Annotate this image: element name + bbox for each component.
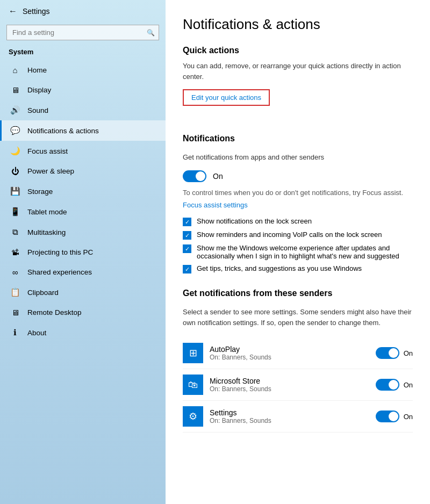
sidebar-item-label-focus: Focus assist <box>27 147 68 155</box>
notifications-toggle-label: On <box>213 172 223 181</box>
sender-name-ms-store: Microsoft Store <box>210 377 369 385</box>
checkbox-row-lock-screen[interactable]: ✓ Show notifications on the lock screen <box>183 217 413 226</box>
main-content: Notifications & actions Quick actions Yo… <box>166 0 430 504</box>
checkbox-label-welcome: Show me the Windows welcome experience a… <box>197 244 413 260</box>
checkbox-row-welcome[interactable]: ✓ Show me the Windows welcome experience… <box>183 244 413 260</box>
search-box: 🔍 <box>6 25 159 40</box>
sender-sub-ms-store: On: Banners, Sounds <box>210 385 369 393</box>
sidebar-item-home[interactable]: ⌂ Home <box>0 60 166 80</box>
sender-toggle-settings[interactable] <box>376 411 399 422</box>
tablet-icon: 📱 <box>10 207 20 217</box>
display-icon: 🖥 <box>10 85 20 95</box>
sender-icon-ms-store: 🛍 <box>183 375 203 395</box>
notifications-toggle[interactable] <box>183 170 206 182</box>
home-icon: ⌂ <box>10 66 20 75</box>
sender-info-settings: Settings On: Banners, Sounds <box>210 408 369 424</box>
sender-info-ms-store: Microsoft Store On: Banners, Sounds <box>210 377 369 393</box>
sidebar-item-label-storage: Storage <box>27 188 53 196</box>
sidebar-item-display[interactable]: 🖥 Display <box>0 80 166 100</box>
sidebar-item-power[interactable]: ⏻ Power & sleep <box>0 161 166 181</box>
checkbox-reminders[interactable]: ✓ <box>183 231 191 240</box>
sidebar-item-label-clipboard: Clipboard <box>27 289 59 297</box>
sender-name-autoplay: AutoPlay <box>210 345 369 354</box>
storage-icon: 💾 <box>10 186 20 196</box>
sidebar-item-remote[interactable]: 🖥 Remote Desktop <box>0 303 166 322</box>
sender-item-autoplay[interactable]: ⊞ AutoPlay On: Banners, Sounds On <box>183 337 413 369</box>
sidebar-item-label-projecting: Projecting to this PC <box>27 248 93 256</box>
senders-list: ⊞ AutoPlay On: Banners, Sounds On 🛍 Micr… <box>183 337 413 433</box>
sender-icon-autoplay: ⊞ <box>183 343 203 363</box>
sidebar-item-notifications[interactable]: 💬 Notifications & actions <box>0 120 166 141</box>
sidebar: ← Settings 🔍 System ⌂ Home🖥 Display🔊 Sou… <box>0 0 166 504</box>
sender-toggle-label-autoplay: On <box>404 349 413 357</box>
sidebar-item-projecting[interactable]: 📽 Projecting to this PC <box>0 242 166 262</box>
sender-name-settings: Settings <box>210 408 369 417</box>
shared-icon: ∞ <box>10 268 20 277</box>
sidebar-item-focus[interactable]: 🌙 Focus assist <box>0 141 166 161</box>
back-button[interactable]: ← <box>9 6 17 16</box>
sound-icon: 🔊 <box>10 105 20 115</box>
sender-item-ms-store[interactable]: 🛍 Microsoft Store On: Banners, Sounds On <box>183 369 413 401</box>
checkbox-lock-screen[interactable]: ✓ <box>183 218 191 226</box>
sidebar-item-label-remote: Remote Desktop <box>27 308 82 316</box>
edit-quick-actions-button[interactable]: Edit your quick actions <box>183 89 270 106</box>
sidebar-item-shared[interactable]: ∞ Shared experiences <box>0 262 166 282</box>
sidebar-item-tablet[interactable]: 📱 Tablet mode <box>0 201 166 222</box>
sidebar-header: ← Settings <box>0 0 166 23</box>
sender-toggle-label-settings: On <box>404 413 413 421</box>
sidebar-item-label-home: Home <box>27 66 47 74</box>
sidebar-item-multitasking[interactable]: ⧉ Multitasking <box>0 222 166 242</box>
power-icon: ⏻ <box>10 167 20 176</box>
sidebar-item-label-tablet: Tablet mode <box>27 208 67 216</box>
checkbox-row-tips[interactable]: ✓ Get tips, tricks, and suggestions as y… <box>183 264 413 273</box>
checkbox-tips[interactable]: ✓ <box>183 265 191 273</box>
senders-description: Select a sender to see more settings. So… <box>183 307 413 328</box>
nav-list: ⌂ Home🖥 Display🔊 Sound💬 Notifications & … <box>0 60 166 343</box>
checkbox-label-reminders: Show reminders and incoming VoIP calls o… <box>197 231 382 239</box>
checkbox-row-reminders[interactable]: ✓ Show reminders and incoming VoIP calls… <box>183 231 413 240</box>
page-title: Notifications & actions <box>183 16 413 33</box>
sender-toggle-wrap-settings: On <box>376 411 413 422</box>
focus-assist-link[interactable]: Focus assist settings <box>183 201 248 209</box>
sidebar-item-label-shared: Shared experiences <box>27 268 92 276</box>
about-icon: ℹ <box>10 328 20 337</box>
sidebar-item-sound[interactable]: 🔊 Sound <box>0 100 166 120</box>
multitasking-icon: ⧉ <box>10 227 20 237</box>
sidebar-item-label-sound: Sound <box>27 106 48 114</box>
system-label: System <box>0 46 166 60</box>
checkbox-welcome[interactable]: ✓ <box>183 244 191 253</box>
sender-toggle-label-ms-store: On <box>404 381 413 389</box>
sidebar-title: Settings <box>23 7 50 16</box>
focus-icon: 🌙 <box>10 146 20 156</box>
sidebar-item-clipboard[interactable]: 📋 Clipboard <box>0 282 166 303</box>
sidebar-item-label-notifications: Notifications & actions <box>27 127 99 135</box>
search-icon: 🔍 <box>147 29 155 37</box>
sender-toggle-wrap-ms-store: On <box>376 379 413 391</box>
sender-sub-autoplay: On: Banners, Sounds <box>210 354 369 361</box>
focus-assist-text: To control times when you do or don't ge… <box>183 188 413 198</box>
sidebar-item-about[interactable]: ℹ About <box>0 322 166 343</box>
notifications-title: Notifications <box>183 134 413 143</box>
sidebar-item-storage[interactable]: 💾 Storage <box>0 181 166 201</box>
remote-icon: 🖥 <box>10 308 20 317</box>
sender-toggle-autoplay[interactable] <box>376 347 399 359</box>
checkboxes-list: ✓ Show notifications on the lock screen✓… <box>183 217 413 273</box>
sender-icon-settings: ⚙ <box>183 406 203 427</box>
sidebar-item-label-display: Display <box>27 86 51 94</box>
get-notifications-label: Get notifications from apps and other se… <box>183 152 413 163</box>
sender-info-autoplay: AutoPlay On: Banners, Sounds <box>210 345 369 361</box>
sidebar-item-label-multitasking: Multitasking <box>27 228 66 236</box>
search-input[interactable] <box>6 25 159 40</box>
back-icon: ← <box>9 6 17 16</box>
sender-toggle-ms-store[interactable] <box>376 379 399 391</box>
sender-sub-settings: On: Banners, Sounds <box>210 417 369 424</box>
notifications-icon: 💬 <box>10 126 20 135</box>
checkbox-label-lock-screen: Show notifications on the lock screen <box>197 217 312 225</box>
checkbox-label-tips: Get tips, tricks, and suggestions as you… <box>197 264 362 272</box>
sidebar-item-label-power: Power & sleep <box>27 167 74 175</box>
projecting-icon: 📽 <box>10 248 20 257</box>
quick-actions-description: You can add, remove, or rearrange your q… <box>183 61 413 82</box>
senders-title: Get notifications from these senders <box>183 289 413 298</box>
notifications-toggle-row: On <box>183 170 413 182</box>
sender-item-settings[interactable]: ⚙ Settings On: Banners, Sounds On <box>183 401 413 433</box>
